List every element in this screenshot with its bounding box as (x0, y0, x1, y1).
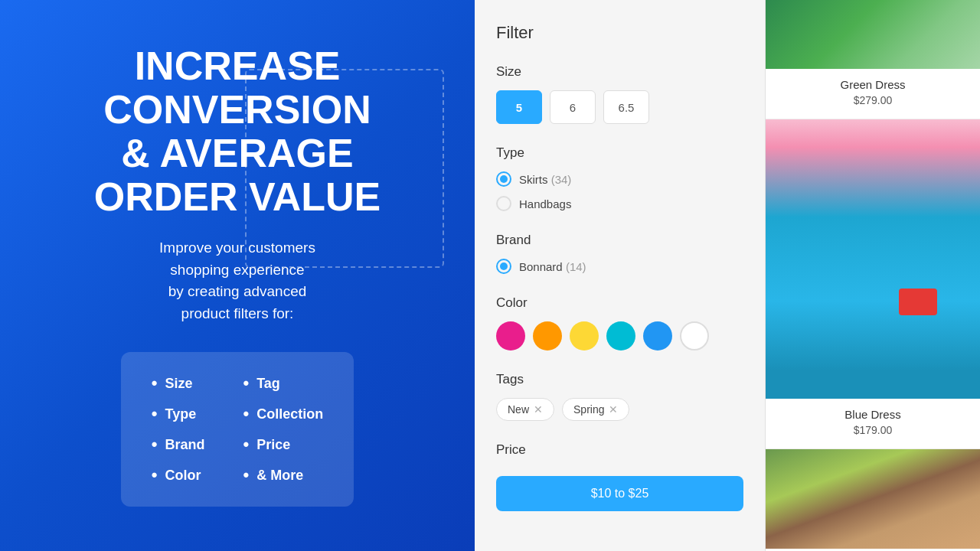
product-panel: Green Dress $279.00 Blue Dress $179.00 (766, 0, 980, 551)
brand-title: Brand (496, 233, 743, 248)
tags-container: New ✕ Spring ✕ (496, 398, 743, 421)
blue-dress-image (766, 119, 980, 399)
tags-section: Tags New ✕ Spring ✕ (496, 372, 743, 421)
feature-more: & More (243, 465, 324, 485)
color-blue[interactable] (643, 321, 672, 350)
features-col-2: Tag Collection Price & More (243, 373, 324, 485)
blue-dress-figure (766, 119, 980, 399)
type-title: Type (496, 145, 743, 161)
left-panel: INCREASE CONVERSION & AVERAGE ORDER VALU… (0, 0, 475, 551)
third-product-image (766, 449, 980, 549)
price-section: Price $10 to $25 (496, 442, 743, 511)
features-col-1: Size Type Brand Color (152, 373, 205, 485)
feature-brand: Brand (152, 435, 205, 455)
filter-panel: Filter Size 5 6 6.5 Type Skirts (34) Han… (475, 0, 766, 551)
green-dress-info: Green Dress $279.00 (766, 69, 980, 119)
red-handbag (899, 289, 937, 315)
green-dress-name: Green Dress (778, 78, 968, 91)
feature-collection: Collection (243, 404, 324, 424)
size-title: Size (496, 64, 743, 80)
radio-handbags (496, 196, 511, 211)
product-green-dress: Green Dress $279.00 (766, 0, 980, 119)
type-handbags-label: Handbags (519, 197, 571, 210)
feature-price: Price (243, 435, 324, 455)
feature-size: Size (152, 373, 205, 393)
blue-dress-price: $179.00 (778, 424, 968, 436)
size-btn-65[interactable]: 6.5 (603, 90, 649, 124)
tag-spring[interactable]: Spring ✕ (562, 398, 629, 421)
color-pink[interactable] (496, 321, 525, 350)
product-blue-dress: Blue Dress $179.00 (766, 119, 980, 449)
type-handbags[interactable]: Handbags (496, 196, 743, 211)
product-third (766, 449, 980, 549)
type-section: Type Skirts (34) Handbags (496, 145, 743, 211)
size-btn-5[interactable]: 5 (496, 90, 542, 124)
tag-spring-label: Spring (573, 403, 604, 416)
filter-title: Filter (496, 23, 743, 43)
size-section: Size 5 6 6.5 (496, 64, 743, 124)
green-dress-image (766, 0, 980, 69)
brand-bonnard-label: Bonnard (14) (519, 260, 586, 273)
tag-spring-remove[interactable]: ✕ (609, 403, 618, 416)
features-box: Size Type Brand Color Tag Collection Pri… (121, 352, 354, 507)
color-white[interactable] (680, 321, 709, 350)
radio-skirts (496, 171, 511, 187)
color-swatches (496, 321, 743, 350)
type-skirts[interactable]: Skirts (34) (496, 171, 743, 187)
main-headline: INCREASE CONVERSION & AVERAGE ORDER VALU… (94, 44, 381, 220)
type-skirts-label: Skirts (34) (519, 173, 571, 186)
size-btn-6[interactable]: 6 (550, 90, 596, 124)
tag-new-label: New (508, 403, 529, 416)
price-range-btn[interactable]: $10 to $25 (496, 476, 743, 511)
color-teal[interactable] (606, 321, 635, 350)
color-orange[interactable] (533, 321, 562, 350)
tag-new[interactable]: New ✕ (496, 398, 554, 421)
feature-color: Color (152, 465, 205, 485)
blue-dress-name: Blue Dress (778, 408, 968, 421)
blue-dress-info: Blue Dress $179.00 (766, 399, 980, 449)
radio-bonnard (496, 259, 511, 274)
feature-type: Type (152, 404, 205, 424)
size-buttons: 5 6 6.5 (496, 90, 743, 124)
brand-bonnard[interactable]: Bonnard (14) (496, 259, 743, 274)
green-dress-price: $279.00 (778, 94, 968, 106)
brand-section: Brand Bonnard (14) (496, 233, 743, 274)
tag-new-remove[interactable]: ✕ (534, 403, 543, 416)
tags-title: Tags (496, 372, 743, 387)
color-section: Color (496, 295, 743, 350)
color-yellow[interactable] (570, 321, 599, 350)
color-title: Color (496, 295, 743, 311)
price-title: Price (496, 442, 743, 458)
feature-tag: Tag (243, 373, 324, 393)
sub-headline: Improve your customersshopping experienc… (159, 237, 315, 324)
